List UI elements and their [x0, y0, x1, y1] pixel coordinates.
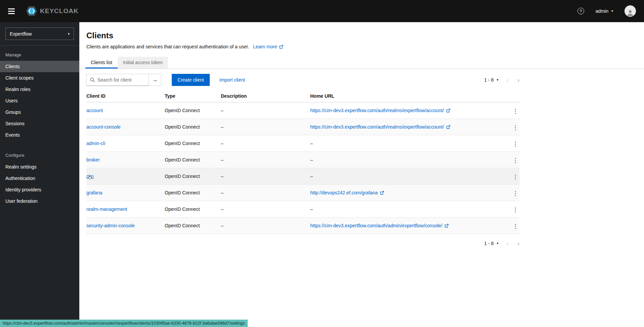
sidebar-item-events[interactable]: Events: [0, 129, 79, 141]
table-row: realm-managementOpenID Connect––: [86, 201, 520, 218]
client-id-link[interactable]: account: [86, 108, 103, 113]
topbar: KEYCLOAK ? admin ▾: [0, 0, 644, 22]
actions-cell: [506, 168, 520, 185]
sidebar-item-groups[interactable]: Groups: [0, 106, 79, 118]
table-row: admin-cliOpenID Connect––: [86, 135, 520, 152]
pagination-dropdown[interactable]: 1 - 8 ▾: [484, 241, 498, 246]
chevron-down-icon: ▾: [611, 9, 613, 13]
client-id-link[interactable]: account-console: [86, 124, 121, 130]
page-subtitle: Clients are applications and services th…: [86, 44, 249, 49]
kebab-menu-icon[interactable]: [513, 173, 518, 181]
table-row: brokerOpenID Connect––: [86, 152, 520, 168]
actions-cell: [506, 185, 520, 201]
kebab-menu-icon[interactable]: [513, 107, 518, 115]
client-id-cell: cim: [86, 168, 165, 185]
table-row: account-consoleOpenID Connect–https://ci…: [86, 119, 520, 135]
actions-cell: [506, 152, 520, 168]
create-client-button[interactable]: Create client: [172, 74, 210, 86]
description-cell: –: [221, 135, 310, 152]
pagination-range: 1 - 8: [484, 77, 494, 83]
sidebar-item-realm-settings[interactable]: Realm settings: [0, 161, 79, 173]
actions-cell: [506, 201, 520, 218]
kebab-menu-icon[interactable]: [513, 140, 518, 148]
kebab-menu-icon[interactable]: [513, 206, 518, 214]
next-page-button[interactable]: ›: [517, 77, 520, 83]
previous-page-button[interactable]: ‹: [507, 77, 509, 83]
home-url-link[interactable]: http://devops242.ef.com/grafana: [310, 190, 384, 195]
tab-clients-list[interactable]: Clients list: [85, 57, 118, 68]
pagination-dropdown[interactable]: 1 - 8 ▾: [484, 77, 498, 83]
learn-more-link[interactable]: Learn more: [253, 44, 283, 49]
sidebar-item-authentication[interactable]: Authentication: [0, 173, 79, 184]
realm-selector-value: Expertflow: [10, 31, 32, 37]
sidebar-item-client-scopes[interactable]: Client scopes: [0, 72, 79, 84]
home-url-empty: –: [310, 206, 313, 212]
home-url-link[interactable]: https://cim-dev3.expertflow.com/auth/rea…: [310, 124, 450, 130]
user-avatar-icon: [626, 9, 635, 17]
sidebar-item-user-federation[interactable]: User federation: [0, 195, 79, 207]
description-cell: –: [221, 152, 310, 168]
type-cell: OpenID Connect: [165, 102, 221, 119]
brand-text: KEYCLOAK: [40, 7, 79, 15]
kebab-menu-icon[interactable]: [513, 189, 518, 198]
sidebar-item-sessions[interactable]: Sessions: [0, 118, 79, 129]
actions-cell: [506, 102, 520, 119]
search-submit-button[interactable]: →: [149, 74, 161, 86]
keycloak-logo-icon: [26, 5, 38, 17]
client-id-cell: admin-cli: [86, 135, 165, 152]
home-url-cell: –: [310, 201, 506, 218]
sidebar-nav: ManageClientsClient scopesRealm rolesUse…: [0, 45, 79, 207]
type-cell: OpenID Connect: [165, 218, 221, 234]
home-url-cell: https://cim-dev3.expertflow.com/auth/rea…: [310, 119, 506, 135]
home-url-cell: –: [310, 152, 506, 168]
import-client-link[interactable]: Import client: [219, 77, 245, 83]
external-link-icon: [380, 191, 384, 195]
column-header: Description: [221, 90, 310, 102]
client-id-link[interactable]: grafana: [86, 190, 102, 195]
client-id-link[interactable]: admin-cli: [86, 141, 105, 146]
kebab-menu-icon[interactable]: [513, 222, 518, 231]
sidebar-item-realm-roles[interactable]: Realm roles: [0, 84, 79, 95]
sidebar: Expertflow ▾ ManageClientsClient scopesR…: [0, 22, 79, 327]
kebab-menu-icon[interactable]: [513, 156, 518, 165]
help-icon[interactable]: ?: [577, 8, 584, 14]
user-menu[interactable]: admin ▾: [596, 8, 613, 14]
tab-initial-access-token[interactable]: Initial access token: [118, 57, 168, 68]
sidebar-item-clients[interactable]: Clients: [0, 61, 79, 72]
client-id-cell: broker: [86, 152, 165, 168]
client-id-link[interactable]: security-admin-console: [86, 223, 135, 228]
actions-cell: [506, 119, 520, 135]
pagination-bottom: 1 - 8 ▾ ‹ ›: [484, 240, 520, 247]
home-url-cell: http://devops242.ef.com/grafana: [310, 185, 506, 201]
chevron-down-icon: ▾: [68, 32, 70, 36]
actions-cell: [506, 218, 520, 234]
home-url-cell: https://cim-dev3.expertflow.com/auth/rea…: [310, 102, 506, 119]
type-cell: OpenID Connect: [165, 135, 221, 152]
column-header-actions: [506, 90, 520, 102]
table-row: cimOpenID Connect––: [86, 168, 520, 185]
table-row: security-admin-consoleOpenID Connect–htt…: [86, 218, 520, 234]
realm-selector[interactable]: Expertflow ▾: [5, 28, 74, 40]
status-url: https://cim-dev3.expertflow.com/auth/adm…: [0, 320, 248, 327]
avatar[interactable]: [625, 5, 636, 17]
column-header: Home URL: [310, 90, 506, 102]
external-link-icon: [444, 224, 449, 228]
client-id-link[interactable]: realm-management: [86, 206, 127, 212]
home-url-link[interactable]: https://cim-dev3.expertflow.com/auth/rea…: [310, 108, 450, 113]
kebab-menu-icon[interactable]: [513, 124, 518, 132]
next-page-button[interactable]: ›: [517, 240, 520, 247]
table-header-row: Client IDTypeDescriptionHome URL: [86, 90, 520, 102]
cursor-hand-icon: [87, 175, 92, 180]
external-link-icon: [446, 125, 450, 129]
client-id-link[interactable]: broker: [86, 157, 100, 162]
table-row: grafanaOpenID Connect–http://devops242.e…: [86, 185, 520, 201]
sidebar-item-identity-providers[interactable]: Identity providers: [0, 184, 79, 195]
type-cell: OpenID Connect: [165, 152, 221, 168]
previous-page-button[interactable]: ‹: [507, 240, 509, 247]
search-input[interactable]: [87, 74, 149, 86]
table-row: accountOpenID Connect–https://cim-dev3.e…: [86, 102, 520, 119]
home-url-link[interactable]: https://cim-dev3.expertflow.com/auth/adm…: [310, 223, 449, 228]
menu-toggle-icon[interactable]: [8, 8, 15, 14]
sidebar-item-users[interactable]: Users: [0, 95, 79, 106]
keycloak-logo: KEYCLOAK: [26, 5, 79, 17]
